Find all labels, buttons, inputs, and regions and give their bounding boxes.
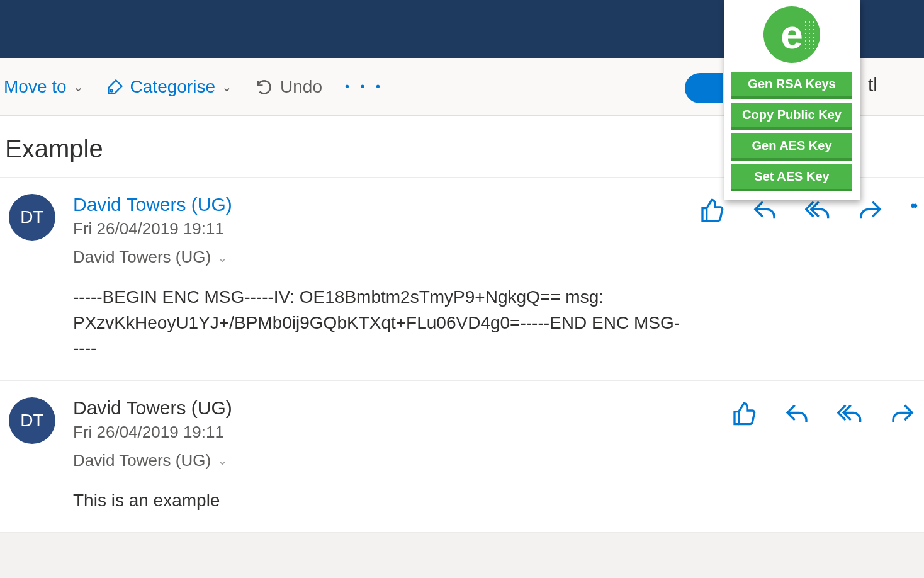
copy-public-key-button[interactable]: Copy Public Key (731, 103, 852, 127)
message-body: This is an example (73, 488, 714, 514)
recipients-text: David Towers (UG) (73, 451, 211, 470)
message-body: -----BEGIN ENC MSG-----IV: OE18Bmbtm2sTm… (73, 285, 682, 361)
svg-point-0 (110, 89, 113, 92)
extension-panel: e Gen RSA Keys Copy Public Key Gen AES K… (724, 0, 860, 200)
avatar: DT (9, 397, 55, 444)
email-message: DT David Towers (UG) Fri 26/04/2019 19:1… (0, 381, 924, 533)
undo-icon (255, 77, 274, 96)
chevron-down-icon: ⌄ (222, 79, 232, 94)
extension-logo-letter: e (780, 11, 803, 58)
forward-icon[interactable] (858, 198, 883, 223)
like-icon[interactable] (699, 198, 724, 223)
forward-icon[interactable] (890, 401, 915, 426)
more-actions-button[interactable]: • • • (345, 79, 384, 94)
more-message-actions[interactable]: •• (911, 198, 915, 214)
partial-text: tl (868, 74, 877, 96)
reply-all-icon[interactable] (805, 198, 830, 223)
expand-recipients-icon: ⌄ (217, 250, 228, 265)
reply-icon[interactable] (784, 401, 809, 426)
email-message: DT David Towers (UG) Fri 26/04/2019 19:1… (0, 178, 924, 381)
recipients-text: David Towers (UG) (73, 247, 211, 267)
undo-button[interactable]: Undo (255, 77, 322, 97)
categorise-label: Categorise (130, 77, 215, 97)
message-header: David Towers (UG) Fri 26/04/2019 19:11 D… (73, 194, 682, 361)
message-actions (731, 401, 915, 514)
message-actions: •• (699, 198, 915, 361)
chevron-down-icon: ⌄ (73, 79, 84, 94)
recipients-line[interactable]: David Towers (UG) ⌄ (73, 451, 714, 470)
move-to-menu[interactable]: Move to ⌄ (4, 77, 84, 97)
recipients-line[interactable]: David Towers (UG) ⌄ (73, 247, 682, 267)
message-date: Fri 26/04/2019 19:11 (73, 422, 714, 442)
gen-rsa-keys-button[interactable]: Gen RSA Keys (731, 72, 852, 96)
message-date: Fri 26/04/2019 19:11 (73, 219, 682, 239)
gen-aes-key-button[interactable]: Gen AES Key (731, 133, 852, 158)
like-icon[interactable] (731, 401, 757, 426)
move-to-label: Move to (4, 77, 67, 97)
avatar: DT (9, 194, 55, 241)
toolbar-pill[interactable] (685, 73, 723, 103)
ellipsis-icon: • • • (345, 79, 384, 94)
reply-all-icon[interactable] (837, 401, 862, 426)
extension-logo: e (763, 6, 820, 63)
message-header: David Towers (UG) Fri 26/04/2019 19:11 D… (73, 397, 714, 514)
tag-icon (106, 78, 124, 96)
set-aes-key-button[interactable]: Set AES Key (731, 164, 852, 189)
undo-label: Undo (280, 77, 322, 97)
categorise-menu[interactable]: Categorise ⌄ (106, 77, 232, 97)
sender-name[interactable]: David Towers (UG) (73, 397, 714, 419)
expand-recipients-icon: ⌄ (217, 453, 228, 468)
reply-icon[interactable] (752, 198, 777, 223)
sender-name[interactable]: David Towers (UG) (73, 194, 682, 215)
